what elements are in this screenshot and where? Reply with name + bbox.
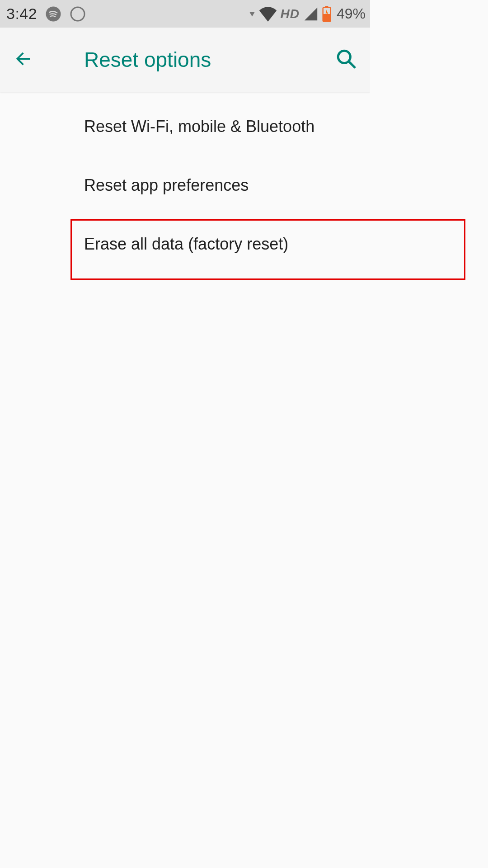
status-left-group: 3:42 — [6, 5, 86, 23]
option-reset-app-preferences[interactable]: Reset app preferences — [0, 156, 370, 215]
wifi-icon — [259, 6, 277, 22]
cellular-signal-icon — [303, 6, 319, 22]
option-label: Reset app preferences — [84, 176, 249, 194]
small-triangle-down-icon — [249, 11, 255, 17]
back-button[interactable] — [13, 48, 52, 71]
appbar: Reset options — [0, 28, 370, 92]
hd-indicator: HD — [281, 7, 300, 21]
option-label: Reset Wi-Fi, mobile & Bluetooth — [84, 117, 314, 136]
svg-point-1 — [71, 7, 84, 21]
circle-outline-icon — [70, 6, 86, 22]
spotify-icon — [45, 6, 61, 22]
svg-line-6 — [349, 61, 355, 67]
option-label: Erase all data (factory reset) — [84, 235, 288, 253]
status-right-group: HD 49% — [249, 5, 366, 22]
options-list: Reset Wi-Fi, mobile & Bluetooth Reset ap… — [0, 92, 370, 274]
page-title: Reset options — [84, 47, 211, 72]
arrow-back-icon — [13, 48, 33, 71]
option-erase-all-data[interactable]: Erase all data (factory reset) — [0, 215, 370, 274]
status-bar: 3:42 HD 49% — [0, 0, 370, 28]
search-icon — [335, 64, 357, 71]
search-button[interactable] — [335, 47, 357, 72]
status-time: 3:42 — [6, 5, 37, 23]
battery-icon — [322, 6, 331, 22]
battery-percentage: 49% — [337, 5, 366, 22]
option-reset-network[interactable]: Reset Wi-Fi, mobile & Bluetooth — [0, 97, 370, 156]
